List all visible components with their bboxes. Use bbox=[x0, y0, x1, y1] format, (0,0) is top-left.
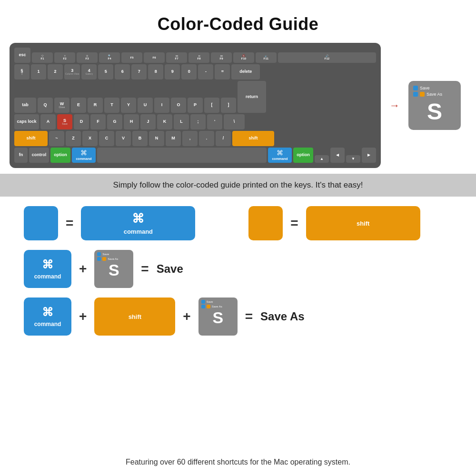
key-o: O bbox=[171, 98, 186, 113]
keyboard-row-numbers: §± 1 2 3Column View 4Gallery 5 6 7 8 9 0… bbox=[14, 64, 376, 79]
color-guide-section: = ⌘ command = shift ⌘ command + Save bbox=[10, 197, 466, 340]
key-z: Z bbox=[66, 131, 81, 146]
keyboard-row-asdf: caps lock A SSave D F G H J K L ; ' \ bbox=[14, 114, 376, 129]
key-shift-right: shift bbox=[232, 131, 274, 146]
key-n: N bbox=[149, 131, 164, 146]
keyboard-row-bottom: fn control option ⌘command ⌘command opti… bbox=[14, 148, 376, 163]
s-mini-letter: S bbox=[109, 262, 119, 278]
legend-letter: S bbox=[413, 100, 456, 123]
key-u: U bbox=[138, 98, 153, 113]
s-key-mini-save-as: Save Save As S bbox=[198, 298, 238, 336]
keyboard-section: esc 🌣F1 ☀F2 ⊞F3 🔍F4 F5 F6 ⏮F7 ⏯F8 ⏭F9 🔇F… bbox=[10, 43, 466, 168]
mini-blue2 bbox=[97, 257, 101, 261]
legend-key: Save Save As S bbox=[408, 81, 461, 130]
info-banner: Simply follow the color-coded guide prin… bbox=[0, 174, 476, 197]
mini-save-text-2: Save bbox=[207, 300, 213, 303]
key-y: Y bbox=[121, 98, 136, 113]
mini-save-as-text-2: Save As bbox=[212, 305, 222, 308]
orange-badge bbox=[420, 92, 425, 97]
mini-orange bbox=[102, 257, 106, 261]
save-as-result-text: Save As bbox=[260, 310, 305, 323]
key-c: C bbox=[99, 131, 114, 146]
key-9: 9 bbox=[165, 64, 180, 79]
key-3: 3Column View bbox=[64, 64, 80, 79]
key-v: V bbox=[116, 131, 131, 146]
key-equals: = bbox=[215, 64, 230, 79]
key-r: R bbox=[88, 98, 103, 113]
key-semicolon: ; bbox=[190, 114, 206, 129]
blue-badge bbox=[413, 86, 418, 90]
equals-1: = bbox=[66, 216, 73, 231]
key-f11: 🔉F11 bbox=[256, 52, 277, 63]
blue-label: command bbox=[124, 228, 153, 235]
key-arrow-left: ◀ bbox=[330, 148, 345, 163]
key-space bbox=[97, 148, 267, 163]
key-h: H bbox=[124, 114, 139, 129]
equals-3: = bbox=[141, 261, 149, 277]
banner-text: Simply follow the color-coded guide prin… bbox=[113, 180, 363, 189]
key-backslash: \ bbox=[224, 114, 245, 129]
key-s: SSave bbox=[57, 114, 72, 129]
key-k: K bbox=[157, 114, 172, 129]
cmd-symbol-3: ⌘ bbox=[42, 306, 53, 319]
mini-save-badge-2: Save bbox=[201, 300, 235, 304]
key-f6: F6 bbox=[144, 52, 165, 63]
cmd-symbol-1: ⌘ bbox=[132, 211, 144, 226]
key-option-left: option bbox=[50, 148, 70, 163]
key-ctrl: control bbox=[29, 148, 49, 163]
mini-save-badge: Save bbox=[97, 252, 130, 256]
save-as-label: Save As bbox=[426, 92, 442, 97]
key-delete: delete bbox=[231, 64, 260, 79]
key-p: P bbox=[188, 98, 203, 113]
s-mini-letter-2: S bbox=[212, 309, 223, 326]
key-6: 6 bbox=[115, 64, 130, 79]
page-title: Color-Coded Guide bbox=[158, 14, 318, 34]
key-m: M bbox=[166, 131, 181, 146]
blue-command-block: ⌘ command bbox=[81, 206, 195, 240]
key-arrow-up: ▲ bbox=[315, 155, 329, 163]
keyboard-row-qwerty: tab Q WClose E R T Y U I O P [ ] return bbox=[14, 81, 376, 113]
keyboard-image: esc 🌣F1 ☀F2 ⊞F3 🔍F4 F5 F6 ⏮F7 ⏯F8 ⏭F9 🔇F… bbox=[10, 43, 381, 168]
mini-save-text: Save bbox=[102, 253, 109, 256]
key-l: L bbox=[174, 114, 189, 129]
key-q: Q bbox=[38, 98, 53, 113]
key-t: T bbox=[104, 98, 119, 113]
key-x: X bbox=[82, 131, 98, 146]
blue-small-block bbox=[24, 206, 58, 240]
key-bracket-r: ] bbox=[221, 98, 236, 113]
blue-badge2 bbox=[413, 92, 418, 97]
mini-blue bbox=[97, 252, 101, 256]
arrow-right-indicator: → bbox=[389, 99, 400, 112]
key-quote: ' bbox=[207, 114, 222, 129]
key-period: . bbox=[199, 131, 214, 146]
plus-1: + bbox=[79, 261, 87, 277]
shift-label-save-as: shift bbox=[129, 313, 141, 320]
mini-save-as-badge-2: Save As bbox=[201, 305, 235, 308]
key-arrow-down: ▼ bbox=[346, 155, 360, 163]
s-mini-badges-2: Save Save As bbox=[201, 300, 235, 308]
equals-4: = bbox=[245, 309, 253, 324]
s-mini-badges: Save Save As bbox=[97, 252, 130, 261]
mini-save-as-badge: Save As bbox=[97, 257, 130, 261]
key-shift-left: shift bbox=[14, 131, 48, 146]
key-f4: 🔍F4 bbox=[99, 52, 120, 63]
key-f8: ⏯F8 bbox=[188, 52, 209, 63]
key-f10: 🔇F10 bbox=[233, 52, 254, 63]
cmd-label-save: command bbox=[34, 273, 61, 280]
key-d: D bbox=[74, 114, 89, 129]
guide-row-save-as: ⌘ command + shift + Save Save As S bbox=[24, 298, 452, 336]
cmd-key-save: ⌘ command bbox=[24, 250, 71, 288]
key-bracket-l: [ bbox=[204, 98, 219, 113]
key-comma: , bbox=[182, 131, 198, 146]
key-8: 8 bbox=[148, 64, 163, 79]
save-as-badge: Save As bbox=[413, 92, 456, 97]
key-4: 4Gallery bbox=[81, 64, 97, 79]
key-b: B bbox=[132, 131, 148, 146]
key-f5: F5 bbox=[121, 52, 142, 63]
key-7: 7 bbox=[131, 64, 147, 79]
guide-row-save: ⌘ command + Save Save As S = Save bbox=[24, 250, 452, 288]
key-cmd-right: ⌘command bbox=[268, 148, 292, 163]
key-f3: ⊞F3 bbox=[77, 52, 98, 63]
key-esc: esc bbox=[14, 48, 30, 63]
key-tilde: §± bbox=[14, 64, 30, 79]
